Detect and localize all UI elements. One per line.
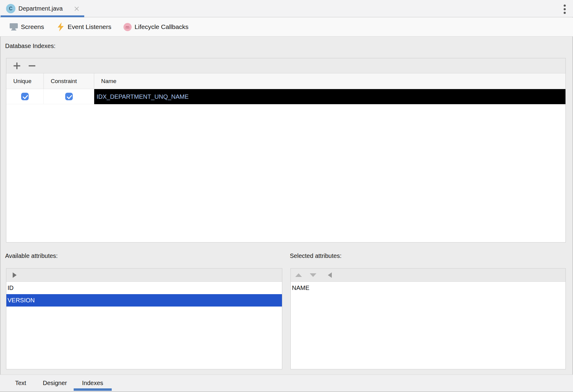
ide-window: C Department.java Screens Event Listener…	[0, 0, 573, 392]
method-circle-icon: m	[123, 23, 132, 31]
indexes-toolbar	[6, 58, 565, 73]
selected-attributes-panel: NAME	[290, 268, 566, 369]
available-attributes-list: ID VERSION	[6, 282, 282, 369]
active-bottom-tab-underline	[74, 388, 112, 391]
lightning-bolt-icon	[57, 22, 65, 31]
tab-department-java[interactable]: C Department.java	[1, 0, 84, 17]
screens-label: Screens	[21, 23, 44, 31]
kebab-menu-icon[interactable]	[561, 4, 568, 14]
tab-text-label: Text	[15, 380, 26, 387]
table-row[interactable]: IDX_DEPARTMENT_UNQ_NAME	[6, 89, 565, 104]
constraint-cell	[44, 89, 94, 104]
close-icon[interactable]	[74, 6, 80, 12]
selected-attributes-list: NAME	[291, 282, 565, 369]
database-indexes-label: Database Indexes:	[5, 43, 56, 50]
entity-designer-toolbar: Screens Event Listeners m Lifecycle Call…	[0, 18, 573, 37]
bottom-tab-bar: Text Designer Indexes	[0, 374, 573, 391]
event-listeners-button[interactable]: Event Listeners	[57, 22, 111, 31]
selected-toolbar	[291, 268, 565, 282]
lifecycle-callbacks-label: Lifecycle Callbacks	[135, 23, 189, 31]
tab-designer-label: Designer	[43, 380, 67, 387]
tab-indexes-label: Indexes	[82, 380, 103, 387]
selected-attributes-label: Selected attributes:	[290, 252, 341, 259]
tab-text[interactable]: Text	[15, 375, 26, 391]
constraint-checkbox[interactable]	[65, 93, 73, 100]
move-right-icon[interactable]	[13, 272, 17, 278]
list-item[interactable]: ID	[6, 282, 282, 294]
column-header-name[interactable]: Name	[94, 73, 565, 89]
monitor-icon	[10, 23, 18, 31]
active-tab-underline	[1, 15, 84, 17]
tab-title: Department.java	[18, 0, 63, 17]
move-down-icon[interactable]	[310, 273, 316, 277]
indexes-table-header: Unique Constraint Name	[6, 73, 565, 89]
unique-checkbox[interactable]	[21, 93, 29, 100]
screens-button[interactable]: Screens	[10, 23, 44, 31]
remove-index-button minus-icon[interactable]	[29, 63, 35, 69]
available-toolbar	[6, 268, 282, 282]
move-up-icon[interactable]	[295, 273, 302, 277]
column-header-unique[interactable]: Unique	[6, 73, 44, 89]
lifecycle-callbacks-button[interactable]: m Lifecycle Callbacks	[123, 23, 189, 31]
column-header-constraint[interactable]: Constraint	[44, 73, 94, 89]
tab-indexes[interactable]: Indexes	[82, 375, 103, 391]
unique-cell	[6, 89, 44, 104]
java-class-icon: C	[6, 4, 15, 13]
event-listeners-label: Event Listeners	[68, 23, 111, 31]
list-item[interactable]: NAME	[291, 282, 565, 294]
list-item[interactable]: VERSION	[6, 294, 282, 307]
indexes-table-panel: Unique Constraint Name IDX_DEPARTMENT_UN…	[6, 58, 566, 243]
add-index-button plus-icon[interactable]	[14, 63, 20, 69]
available-attributes-panel: ID VERSION	[6, 268, 282, 369]
tab-designer[interactable]: Designer	[43, 375, 67, 391]
available-attributes-label: Available attributes:	[5, 252, 58, 259]
editor-tab-bar: C Department.java	[0, 0, 573, 17]
move-left-icon[interactable]	[328, 272, 332, 278]
index-name-cell[interactable]: IDX_DEPARTMENT_UNQ_NAME	[94, 89, 565, 104]
